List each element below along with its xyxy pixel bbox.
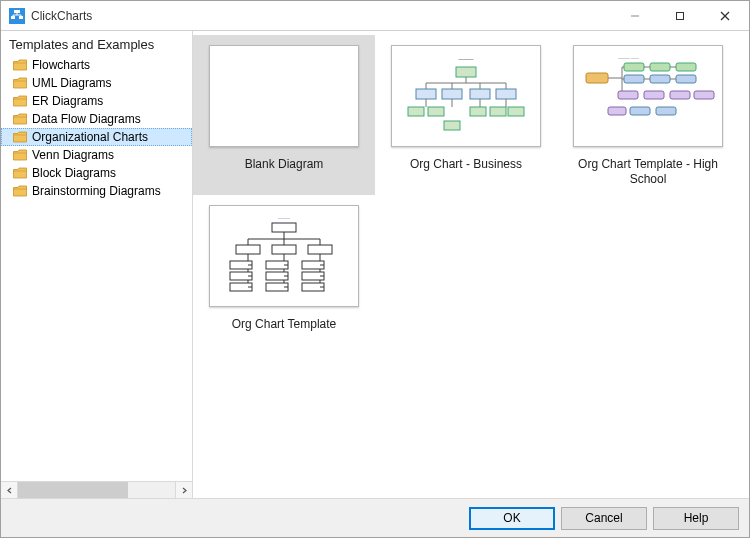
svg-text:——— ——: ——— —— (618, 55, 639, 60)
svg-rect-58 (272, 223, 296, 232)
svg-rect-35 (586, 73, 608, 83)
sidebar-item[interactable]: Data Flow Diagrams (1, 110, 192, 128)
sidebar-item[interactable]: Venn Diagrams (1, 146, 192, 164)
folder-icon (13, 77, 27, 89)
svg-rect-30 (444, 121, 460, 130)
svg-rect-36 (624, 63, 644, 71)
svg-rect-50 (630, 107, 650, 115)
svg-rect-40 (650, 75, 670, 83)
svg-rect-31 (470, 107, 486, 116)
ok-button[interactable]: OK (469, 507, 555, 530)
folder-icon (13, 149, 27, 161)
svg-rect-1 (14, 10, 20, 13)
svg-rect-3 (19, 16, 23, 19)
svg-rect-13 (456, 67, 476, 77)
svg-rect-52 (608, 107, 626, 115)
scroll-left-icon[interactable] (1, 482, 18, 498)
svg-rect-41 (676, 75, 696, 83)
sidebar-item[interactable]: ER Diagrams (1, 92, 192, 110)
svg-rect-33 (508, 107, 524, 116)
sidebar-item[interactable]: Organizational Charts (1, 128, 192, 146)
scroll-right-icon[interactable] (175, 482, 192, 498)
sidebar-item-label: Block Diagrams (32, 166, 116, 180)
template-gallery: Blank Diagram ——— Org Chart - Business —… (193, 31, 749, 498)
svg-rect-28 (408, 107, 424, 116)
svg-text:———: ——— (459, 56, 474, 62)
svg-rect-39 (624, 75, 644, 83)
template-thumbnail (209, 45, 359, 147)
scroll-track[interactable] (18, 482, 175, 498)
template-card[interactable]: ——— (193, 195, 375, 355)
scroll-thumb[interactable] (18, 482, 128, 498)
svg-rect-48 (670, 91, 690, 99)
svg-rect-20 (416, 89, 436, 99)
folder-icon (13, 167, 27, 179)
folder-icon (13, 95, 27, 107)
template-card[interactable]: ——— —— Org Chart Template - High School (557, 35, 739, 195)
sidebar-item[interactable]: Brainstorming Diagrams (1, 182, 192, 200)
svg-rect-49 (694, 91, 714, 99)
svg-rect-32 (490, 107, 506, 116)
dialog-footer: OK Cancel Help (1, 499, 749, 537)
sidebar-item-label: Flowcharts (32, 58, 90, 72)
svg-rect-65 (272, 245, 296, 254)
window: ClickCharts Templates and Examples Flowc… (0, 0, 750, 538)
sidebar-item[interactable]: UML Diagrams (1, 74, 192, 92)
minimize-button[interactable] (612, 2, 657, 30)
sidebar-item-label: Data Flow Diagrams (32, 112, 141, 126)
svg-rect-37 (650, 63, 670, 71)
svg-rect-47 (644, 91, 664, 99)
template-card[interactable]: ——— Org Chart - Business (375, 35, 557, 195)
svg-rect-66 (308, 245, 332, 254)
svg-rect-21 (442, 89, 462, 99)
content-area: Templates and Examples Flowcharts UML Di… (1, 31, 749, 499)
sidebar: Templates and Examples Flowcharts UML Di… (1, 31, 193, 498)
sidebar-item-label: UML Diagrams (32, 76, 112, 90)
close-button[interactable] (702, 2, 747, 30)
svg-rect-22 (470, 89, 490, 99)
svg-rect-38 (676, 63, 696, 71)
svg-rect-2 (11, 16, 15, 19)
svg-rect-51 (656, 107, 676, 115)
template-label: Org Chart - Business (386, 157, 546, 172)
svg-rect-23 (496, 89, 516, 99)
svg-rect-46 (618, 91, 638, 99)
sidebar-header: Templates and Examples (1, 31, 192, 56)
help-button[interactable]: Help (653, 507, 739, 530)
sidebar-item-label: Organizational Charts (32, 130, 148, 144)
category-tree: Flowcharts UML Diagrams ER Diagrams Data… (1, 56, 192, 481)
svg-rect-29 (428, 107, 444, 116)
template-label: Blank Diagram (204, 157, 364, 172)
app-icon (9, 8, 25, 24)
template-card[interactable]: Blank Diagram (193, 35, 375, 195)
folder-icon (13, 185, 27, 197)
svg-rect-64 (236, 245, 260, 254)
sidebar-item[interactable]: Block Diagrams (1, 164, 192, 182)
titlebar: ClickCharts (1, 1, 749, 31)
cancel-button[interactable]: Cancel (561, 507, 647, 530)
folder-icon (13, 131, 27, 143)
template-thumbnail: ——— (391, 45, 541, 147)
maximize-button[interactable] (657, 2, 702, 30)
sidebar-item-label: ER Diagrams (32, 94, 103, 108)
template-label: Org Chart Template (204, 317, 364, 332)
sidebar-scrollbar[interactable] (1, 481, 192, 498)
svg-text:———: ——— (278, 215, 290, 220)
sidebar-item-label: Brainstorming Diagrams (32, 184, 161, 198)
svg-rect-9 (676, 12, 683, 19)
window-title: ClickCharts (31, 9, 612, 23)
template-label: Org Chart Template - High School (568, 157, 728, 187)
template-thumbnail: ——— —— (573, 45, 723, 147)
folder-icon (13, 59, 27, 71)
folder-icon (13, 113, 27, 125)
sidebar-item-label: Venn Diagrams (32, 148, 114, 162)
sidebar-item[interactable]: Flowcharts (1, 56, 192, 74)
template-thumbnail: ——— (209, 205, 359, 307)
